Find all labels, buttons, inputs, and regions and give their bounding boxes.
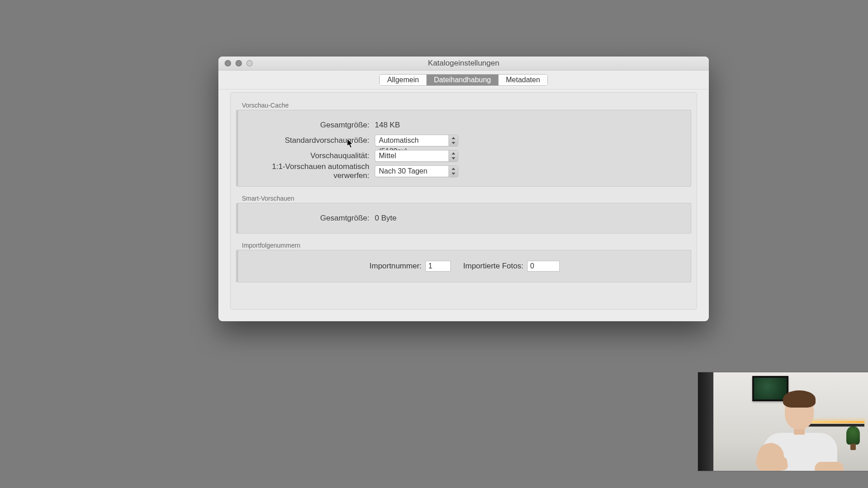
label-standard-preview-size: Standardvorschaugröße: (247, 136, 375, 145)
label-import-number: Importnummer: (369, 262, 421, 271)
row-preview-quality: Vorschauqualität: Mittel (247, 148, 682, 164)
row-discard-1to1-previews: 1:1-Vorschauen automatisch verwerfen: Na… (247, 164, 682, 179)
row-standard-preview-size: Standardvorschaugröße: Automatisch (5120… (247, 133, 682, 148)
select-value-preview-quality: Mittel (375, 150, 458, 162)
tab-metadata[interactable]: Metadaten (499, 75, 547, 85)
select-value-standard-preview-size: Automatisch (5120px) (375, 135, 458, 146)
label-total-size: Gesamtgröße: (247, 121, 375, 130)
titlebar: Katalogeinstellungen (218, 56, 709, 70)
group-title-import-sequence-numbers: Importfolgenummern (242, 242, 300, 249)
group-import-sequence-numbers: Importfolgenummern Importnummer: Importi… (236, 250, 691, 282)
label-imported-photos: Importierte Fotos: (463, 262, 524, 271)
tab-file-handling[interactable]: Dateihandhabung (427, 75, 499, 85)
group-smart-previews: Smart-Vorschauen Gesamtgröße: 0 Byte (236, 203, 691, 234)
label-discard-1to1-previews: 1:1-Vorschauen automatisch verwerfen: (247, 162, 375, 180)
label-smart-total-size: Gesamtgröße: (247, 214, 375, 223)
select-preview-quality[interactable]: Mittel (375, 150, 458, 162)
pair-import-number: Importnummer: (369, 261, 450, 272)
label-preview-quality: Vorschauqualität: (247, 151, 375, 160)
webcam-overlay (698, 372, 868, 471)
value-smart-total-size: 0 Byte (375, 214, 396, 223)
select-standard-preview-size[interactable]: Automatisch (5120px) (375, 135, 458, 146)
tab-segmented-control: Allgemein Dateihandhabung Metadaten (379, 74, 547, 86)
pair-imported-photos: Importierte Fotos: (463, 261, 560, 272)
window-title: Katalogeinstellungen (218, 56, 709, 70)
select-value-discard-1to1-previews: Nach 30 Tagen (375, 165, 458, 177)
row-smart-total-size: Gesamtgröße: 0 Byte (247, 211, 682, 226)
group-preview-cache: Vorschau-Cache Gesamtgröße: 148 KB Stand… (236, 110, 691, 187)
row-import-numbers: Importnummer: Importierte Fotos: (247, 258, 682, 275)
tab-bar: Allgemein Dateihandhabung Metadaten (218, 70, 709, 89)
input-import-number[interactable] (425, 261, 451, 272)
input-imported-photos[interactable] (527, 261, 560, 272)
row-total-size: Gesamtgröße: 148 KB (247, 117, 682, 133)
group-title-preview-cache: Vorschau-Cache (242, 102, 289, 109)
value-total-size: 148 KB (375, 121, 400, 130)
group-title-smart-previews: Smart-Vorschauen (242, 195, 294, 202)
select-discard-1to1-previews[interactable]: Nach 30 Tagen (375, 165, 458, 177)
tab-general[interactable]: Allgemein (380, 75, 426, 85)
catalog-settings-window: Katalogeinstellungen Allgemein Dateihand… (218, 56, 709, 321)
content-pane: Vorschau-Cache Gesamtgröße: 148 KB Stand… (230, 92, 697, 310)
